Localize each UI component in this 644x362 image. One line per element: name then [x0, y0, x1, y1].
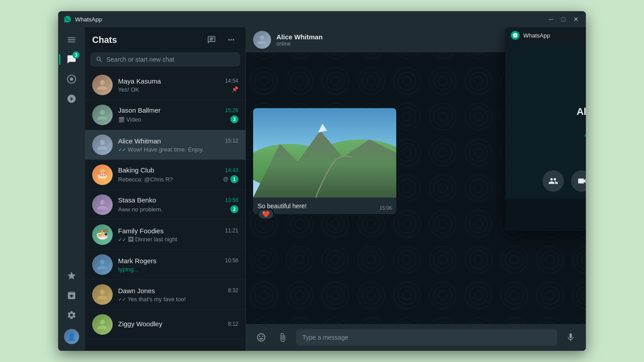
chat-preview-baking: Rebecca: @Chris R? — [118, 176, 220, 183]
mic-button[interactable] — [563, 329, 579, 345]
call-title-bar: WhatsApp End-to-end encrypted ─ □ ✕ — [505, 27, 586, 43]
search-icon — [96, 56, 103, 63]
sidebar-settings-icon[interactable] — [63, 306, 80, 324]
pin-icon-maya: 📌 — [232, 86, 238, 93]
chat-item-ziggy[interactable]: Ziggy Woodley 8:12 — [85, 310, 246, 340]
chat-preview-jason: 🎬 Video — [118, 116, 228, 123]
chat-info-family: Family Foodies 11:21 ✓✓ 🖼 Dinner last ni… — [118, 227, 238, 243]
chat-time-dawn: 8:32 — [228, 287, 238, 294]
chat-time-stasa: 13:56 — [225, 197, 238, 203]
chat-info-maya: Maya Kasuma 14:54 Yes! OK 📌 — [118, 77, 238, 93]
maximize-button[interactable]: □ — [559, 15, 568, 24]
chat-time-ziggy: 8:12 — [228, 321, 238, 327]
chat-time-mark: 10:56 — [225, 257, 238, 264]
avatar-mark — [92, 254, 113, 275]
chat-name-mark: Mark Rogers — [118, 257, 157, 265]
chat-contact-status: online — [276, 41, 518, 47]
chat-info-stasa: Stasa Benko 13:56 Aww no problem. 2 — [118, 196, 238, 213]
call-waveform — [585, 126, 586, 144]
chat-item-baking[interactable]: 🎂 Baking Club 14:43 Rebecca: @Chris R? @… — [85, 160, 246, 190]
chat-name-ziggy: Ziggy Woodley — [118, 320, 162, 328]
call-app-name: WhatsApp — [523, 32, 586, 39]
search-bar — [90, 52, 240, 67]
chat-header-avatar[interactable] — [253, 31, 271, 49]
header-icons — [204, 33, 238, 47]
app-window: WhatsApp ─ □ ✕ 3 — [58, 11, 586, 351]
search-input[interactable] — [106, 56, 235, 63]
notification-badge: 3 — [72, 51, 80, 59]
new-chat-button[interactable] — [204, 33, 219, 47]
emoji-button[interactable] — [253, 329, 269, 345]
chat-time-maya: 14:54 — [225, 78, 238, 84]
chat-name-jason: Jason Ballmer — [118, 106, 161, 114]
chat-item-jason[interactable]: Jason Ballmer 15:26 🎬 Video 3 — [85, 100, 246, 130]
app-title: WhatsApp — [75, 16, 547, 23]
chat-time-alice: 15:12 — [225, 138, 238, 144]
unread-badge-jason: 3 — [230, 115, 238, 123]
attach-button[interactable] — [275, 329, 291, 345]
chat-info-mark: Mark Rogers 10:56 typing... — [118, 257, 238, 273]
chat-header-info: Alice Whitman online — [276, 33, 518, 47]
sidebar-channels-icon[interactable] — [63, 90, 80, 108]
sidebar: 3 👤 — [58, 27, 85, 351]
image-time: 15:06 — [379, 205, 392, 210]
sidebar-archive-icon[interactable] — [63, 286, 80, 304]
avatar-dawn — [92, 284, 113, 305]
message-input[interactable] — [296, 329, 557, 345]
main-content: 3 👤 Chats — [58, 27, 586, 351]
sidebar-profile-icon[interactable]: 👤 — [63, 328, 80, 345]
chat-item-family[interactable]: 🍜 Family Foodies 11:21 ✓✓ 🖼 Dinner last … — [85, 220, 246, 250]
close-button[interactable]: ✕ — [572, 15, 580, 24]
sidebar-status-icon[interactable] — [63, 70, 80, 88]
call-overlay: WhatsApp End-to-end encrypted ─ □ ✕ — [505, 27, 586, 231]
chat-name-stasa: Stasa Benko — [118, 196, 156, 204]
chat-name-dawn: Dawn Jones — [118, 287, 155, 295]
chat-time-jason: 15:26 — [225, 107, 238, 114]
chat-panel-header: Chats — [85, 27, 246, 51]
chat-info-baking: Baking Club 14:43 Rebecca: @Chris R? @ 1 — [118, 166, 238, 183]
mountain-image — [253, 108, 396, 198]
title-bar: WhatsApp ─ □ ✕ — [58, 11, 586, 27]
avatar-ziggy — [92, 314, 113, 335]
avatar-baking: 🎂 — [92, 164, 113, 185]
chat-item-mark[interactable]: Mark Rogers 10:56 typing... — [85, 250, 246, 280]
avatar-jason — [92, 105, 113, 125]
chats-title: Chats — [92, 35, 117, 45]
app-logo — [64, 15, 72, 23]
image-message-container: So beautiful here! 15:06 ❤️ — [253, 108, 396, 215]
sidebar-chats-icon[interactable]: 3 — [63, 51, 80, 68]
chat-name-alice: Alice Whitman — [118, 137, 161, 145]
chat-name-maya: Maya Kasuma — [118, 77, 161, 85]
call-video-button[interactable] — [571, 170, 586, 192]
chat-info-ziggy: Ziggy Woodley 8:12 — [118, 320, 238, 329]
call-contact-name: Alice Whitman — [576, 106, 586, 118]
chat-menu-button[interactable] — [224, 33, 238, 47]
message-reaction: ❤️ — [258, 209, 274, 219]
chat-preview-alice: ✓✓ Wow! Have great time. Enjoy. — [118, 146, 238, 153]
chat-preview-maya: Yes! OK — [118, 86, 229, 93]
minimize-button[interactable]: ─ — [547, 15, 555, 24]
window-controls: ─ □ ✕ — [547, 15, 580, 24]
chat-item-stasa[interactable]: Stasa Benko 13:56 Aww no problem. 2 — [85, 190, 246, 220]
avatar-maya — [92, 75, 113, 95]
sidebar-menu-icon[interactable] — [63, 31, 80, 49]
chat-info-jason: Jason Ballmer 15:26 🎬 Video 3 — [118, 106, 238, 123]
chat-area: Alice Whitman online — [246, 27, 586, 351]
chat-panel: Chats — [85, 27, 246, 351]
chat-item-dawn[interactable]: Dawn Jones 8:32 ✓✓ Yes that's my fave to… — [85, 280, 246, 310]
call-app-logo — [511, 31, 520, 40]
chat-preview-family: ✓✓ 🖼 Dinner last night — [118, 236, 238, 243]
sidebar-starred-icon[interactable] — [63, 267, 80, 285]
chat-item-maya[interactable]: Maya Kasuma 14:54 Yes! OK 📌 — [85, 70, 246, 100]
call-participants-button[interactable] — [542, 170, 564, 192]
chat-list: Maya Kasuma 14:54 Yes! OK 📌 — [85, 70, 246, 351]
call-chat-area: Wow! Have great time. Enjoy. 15:12 ✓✓ — [505, 199, 586, 231]
avatar-stasa — [92, 194, 113, 215]
chat-name-baking: Baking Club — [118, 166, 154, 174]
mention-badge-baking: @ — [223, 176, 229, 182]
chat-name-family: Family Foodies — [118, 227, 164, 235]
chat-input-area — [246, 324, 586, 351]
chat-contact-name: Alice Whitman — [276, 33, 518, 41]
call-body: Alice Whitman 01:16 — [505, 43, 586, 199]
chat-item-alice[interactable]: Alice Whitman 15:12 ✓✓ Wow! Have great t… — [85, 130, 246, 160]
